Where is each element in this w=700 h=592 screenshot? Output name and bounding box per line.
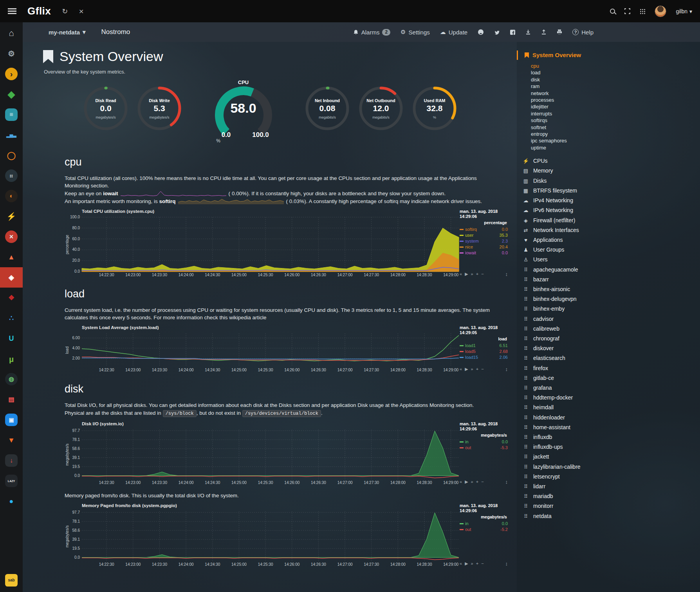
sidebar-section-item[interactable]: ☁ IPv4 Networking [522,196,700,205]
close-icon[interactable]: × [79,7,83,15]
search-icon[interactable] [610,9,615,14]
sidebar-sub-item[interactable]: load [531,69,700,76]
gauge-net-inbound[interactable]: Net Inbound 0.08 megabits/s [301,79,354,141]
dock-app-icon[interactable]: U [0,328,23,349]
dock-app-icon[interactable]: ▤ [0,389,23,410]
chart-toolbox-button[interactable]: − [481,561,484,566]
sidebar-sub-item[interactable]: interrupts [531,110,700,117]
avatar[interactable] [655,5,666,17]
legend-row[interactable]: out -5.3 [460,445,508,451]
legend-row[interactable]: nice 20.4 [460,244,508,250]
sidebar-sub-item[interactable]: softirqs [531,117,700,124]
sidebar-section-item[interactable]: ☁ IPv6 Networking [522,205,700,215]
sidebar-sub-item[interactable]: disk [531,76,700,83]
dock-app-icon[interactable]: ≡ [0,104,23,125]
sidebar-app-item[interactable]: ⠿ letsencrypt [522,472,700,482]
gauge-used-ram[interactable]: Used RAM 32.8 % [408,79,462,141]
sidebar-section-item[interactable]: ▦ BTRFS filesystem [522,186,700,196]
sidebar-sub-item[interactable]: cpu [531,63,700,69]
sidebar-section-item[interactable]: ⇄ Network Interfaces [522,225,700,235]
dock-app-icon[interactable]: ❖ [0,288,23,308]
sidebar-sub-item[interactable]: ram [531,83,700,90]
user-menu[interactable]: gilbn ▾ [676,8,692,14]
chart-toolbox-button[interactable]: » [471,561,473,566]
sidebar-sub-item[interactable]: ipc semaphores [531,137,700,144]
gauge-disk-write[interactable]: Disk Write 5.3 megabytes/s [133,79,186,141]
export-button[interactable] [541,29,547,35]
chart-resize-handle[interactable]: ↕ [505,479,508,485]
dock-app-icon[interactable]: ↓ [0,450,23,471]
chart-toolbox-button[interactable]: » [471,367,473,372]
sidebar-app-item[interactable]: ⠿ gitlab-ce [522,373,700,383]
sidebar-app-item[interactable]: ⠿ lidarr [522,482,700,491]
dock-app-icon[interactable]: ∴ [0,308,23,328]
sidebar-app-item[interactable]: ⠿ elasticsearch [522,353,700,363]
chart-toolbox-button[interactable]: + [476,479,478,484]
dock-app-icon[interactable]: ◯ [0,145,23,166]
chart-toolbox-button[interactable]: ▶ [465,272,468,277]
sidebar-section-item[interactable]: ♙ Users [522,255,700,265]
fullscreen-icon[interactable] [624,8,630,14]
sidebar-app-item[interactable]: ⠿ mariadb [522,491,700,501]
sidebar-app-item[interactable]: ⠿ binhex-delugevpn [522,294,700,304]
chart-toolbox-button[interactable]: + [476,272,478,277]
dock-app-icon[interactable]: ⌂ [0,23,23,43]
chart-toolbox-button[interactable]: » [471,272,473,277]
app-brand[interactable]: Gflix [27,5,51,17]
sidebar-app-item[interactable]: ⠿ diskover [522,344,700,353]
dock-app-icon[interactable]: ◆ [0,84,23,104]
gauge-cpu[interactable]: CPU 58.0 0.0 100.0 % [197,79,290,146]
alarms-button[interactable]: Alarms 2 [353,29,390,36]
dock-app-icon[interactable]: ◍ [0,369,23,389]
legend-row[interactable]: system 2.3 [460,238,508,244]
dock-app-icon[interactable]: ▼ [0,430,23,450]
load-chart-plot[interactable]: 14:22:3014:23:0014:23:3014:24:0014:24:30… [65,331,460,373]
chart-toolbox-button[interactable]: « [460,479,462,484]
sidebar-app-item[interactable]: ⠿ influxdb [522,432,700,442]
dock-app-icon[interactable]: ▲ [0,247,23,267]
sidebar-section-item[interactable]: ♟ User Groups [522,245,700,255]
server-dropdown[interactable]: my-netdata ▾ [49,29,86,36]
sidebar-app-item[interactable]: ⠿ hiddenloader [522,413,700,423]
chart-toolbox-button[interactable]: − [481,272,484,277]
sidebar-sub-item[interactable]: network [531,90,700,97]
sidebar-app-item[interactable]: ⠿ hddtemp-docker [522,393,700,403]
sidebar-app-item[interactable]: ⠿ grafana [522,383,700,393]
sidebar-sub-item[interactable]: entropy [531,131,700,137]
print-button[interactable] [557,29,562,35]
sidebar-app-item[interactable]: ⠿ netdata [522,511,700,521]
wikipedia-link[interactable]: wikipedia article [229,315,266,320]
chart-toolbox-button[interactable]: » [471,479,473,484]
legend-row[interactable]: user 35.3 [460,232,508,238]
update-button[interactable]: ☁ Update [440,29,467,36]
chart-toolbox-button[interactable]: + [476,561,478,566]
sidebar-app-item[interactable]: ⠿ bazarr [522,275,700,284]
chart-toolbox-button[interactable]: « [460,272,462,277]
sidebar-section-item[interactable]: ⚡ CPUs [522,156,700,166]
chart-toolbox-button[interactable]: « [460,561,462,566]
dock-app-icon[interactable]: ● [0,491,23,511]
dock-app-icon[interactable]: × [0,227,23,247]
pgpgio-chart-plot[interactable]: 14:22:3014:23:0014:23:3014:24:0014:24:30… [65,509,460,567]
import-button[interactable] [525,29,531,35]
sidebar-app-item[interactable]: ⠿ calibreweb [522,324,700,334]
legend-row[interactable]: in 0.0 [460,439,508,445]
hamburger-menu-icon[interactable] [8,8,16,14]
facebook-link[interactable] [510,30,515,35]
sidebar-app-item[interactable]: ⠿ home-assistant [522,423,700,432]
twitter-link[interactable] [494,30,500,35]
sidebar-sub-item[interactable]: softnet [531,124,700,131]
sidebar-sub-item[interactable]: idlejitter [531,103,700,110]
apps-grid-icon[interactable] [640,9,645,14]
chart-toolbox-button[interactable]: − [481,367,484,372]
chart-resize-handle[interactable]: ↕ [505,366,508,372]
sidebar-app-item[interactable]: ⠿ apacheguacamole [522,265,700,275]
help-button[interactable]: ? Help [572,29,594,36]
dock-app-icon[interactable]: ⚡ [0,206,23,227]
sidebar-app-item[interactable]: ⠿ firefox [522,363,700,373]
chart-toolbox-button[interactable]: ▶ [465,561,468,566]
chart-toolbox-button[interactable]: ▶ [465,367,468,372]
sidebar-item-system-overview[interactable]: System Overview [517,50,700,60]
dock-app-icon[interactable]: ◈ [0,267,23,288]
github-link[interactable] [478,29,484,35]
